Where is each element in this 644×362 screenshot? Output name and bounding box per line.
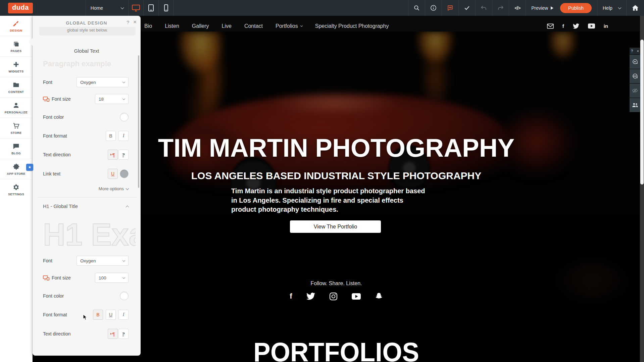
save-indicator-button[interactable] <box>459 0 475 16</box>
cart-icon <box>12 122 20 130</box>
instagram-icon[interactable] <box>329 292 338 301</box>
redo-button[interactable] <box>492 0 509 16</box>
facebook-icon[interactable]: f <box>290 292 292 301</box>
youtube-icon[interactable] <box>588 23 595 29</box>
chevron-down-icon <box>122 259 125 261</box>
direction-rtl-button[interactable]: ¶ <box>118 150 129 160</box>
panel-header: GLOBAL DESIGN <box>33 16 141 26</box>
plus-icon <box>12 61 20 68</box>
link-underline-button[interactable]: U <box>108 169 118 179</box>
close-icon[interactable]: × <box>637 49 639 53</box>
dashboard-home-button[interactable] <box>627 0 644 16</box>
divider <box>37 197 137 198</box>
duda-logo[interactable]: duda <box>8 3 33 13</box>
font-size-select[interactable]: 18 <box>95 94 129 104</box>
comment-plus-icon <box>632 59 638 65</box>
link-color-swatch[interactable] <box>120 169 129 178</box>
nav-item-portfolios[interactable]: Portfolios <box>276 23 302 29</box>
chevron-down-icon <box>122 80 125 83</box>
speech-bubble-icon <box>12 143 20 150</box>
search-icon <box>413 5 420 11</box>
font-format-label: Font format <box>43 133 67 139</box>
facebook-icon[interactable]: f <box>562 23 564 29</box>
h1-underline-button[interactable]: U <box>106 310 116 320</box>
check-icon <box>464 5 470 11</box>
email-icon[interactable] <box>547 23 554 29</box>
nav-item-gallery[interactable]: Gallery <box>192 23 209 29</box>
nav-item-bio[interactable]: Bio <box>144 23 152 29</box>
sidebar-item-blog[interactable]: BLOG <box>0 139 32 159</box>
mobile-view-button[interactable] <box>159 0 174 16</box>
add-comment-button[interactable] <box>630 55 640 69</box>
more-options-link[interactable]: More options <box>99 186 129 191</box>
tablet-icon <box>148 4 154 11</box>
h1-font-size-select[interactable]: 100 <box>95 273 129 283</box>
info-button[interactable] <box>425 0 442 16</box>
dev-mode-button[interactable]: </> <box>509 0 526 16</box>
italic-button[interactable]: I <box>118 131 129 141</box>
h1-font-color-swatch[interactable] <box>120 292 129 300</box>
text-direction-label: Text direction <box>43 152 70 157</box>
font-label: Font <box>43 80 52 85</box>
hero-paragraph[interactable]: Tim Martin is an industrial style produc… <box>231 187 429 214</box>
font-color-swatch[interactable] <box>120 113 129 121</box>
publish-button[interactable]: Publish <box>560 3 592 13</box>
eye-off-icon <box>632 88 638 94</box>
close-icon[interactable]: × <box>133 19 137 25</box>
help-dropdown[interactable]: Help <box>597 0 626 16</box>
h1-direction-rtl-button[interactable]: ¶ <box>118 329 129 339</box>
view-portfolio-button[interactable]: View The Portfolio <box>290 220 381 233</box>
nav-item-listen[interactable]: Listen <box>165 23 179 29</box>
bold-button[interactable]: B <box>106 131 116 141</box>
search-button[interactable] <box>408 0 425 16</box>
star-icon: ★ <box>28 165 32 169</box>
comment-ellipsis-icon <box>632 73 638 79</box>
preview-button[interactable]: Preview <box>526 0 559 16</box>
overlay-toolbar-header: ? × <box>630 48 640 54</box>
gear-icon <box>12 184 20 191</box>
desktop-view-button[interactable] <box>129 0 143 16</box>
h1-direction-ltr-button[interactable]: ¶ <box>108 329 118 339</box>
chevron-down-icon <box>618 6 622 9</box>
page-selector-dropdown[interactable]: Home <box>86 0 128 16</box>
sidebar-item-design[interactable]: DESIGN <box>0 16 32 36</box>
feedback-button[interactable] <box>442 0 458 16</box>
undo-button[interactable] <box>476 0 492 16</box>
brush-icon <box>12 20 20 27</box>
nav-item-live[interactable]: Live <box>222 23 232 29</box>
nav-item-contact[interactable]: Contact <box>244 23 263 29</box>
responsive-devices-icon <box>43 97 49 102</box>
twitter-icon[interactable] <box>573 23 579 29</box>
scrollbar-thumb[interactable] <box>640 40 644 185</box>
sidebar-item-settings[interactable]: SETTINGS <box>0 179 32 200</box>
sidebar-item-personalize[interactable]: PERSONALIZE <box>0 98 32 118</box>
collaborators-button[interactable] <box>630 98 640 112</box>
site-scrollbar[interactable] <box>640 16 644 362</box>
sidebar-item-store[interactable]: STORE <box>0 118 32 139</box>
help-icon[interactable]: ? <box>631 49 633 53</box>
h1-example-preview: H1 Example <box>43 217 136 252</box>
nav-item-specialty[interactable]: Specialty Product Photography <box>315 23 389 29</box>
twitter-icon[interactable] <box>306 293 315 300</box>
youtube-icon[interactable] <box>352 293 361 300</box>
sidebar-item-widgets[interactable]: WIDGETS <box>0 57 32 77</box>
comments-button[interactable] <box>630 69 640 83</box>
help-icon[interactable]: ? <box>127 20 129 25</box>
snapchat-icon[interactable] <box>375 292 383 301</box>
duda-editor: Bio Listen Gallery Live Contact Portfoli… <box>0 0 644 362</box>
linkedin-icon[interactable]: in <box>604 23 608 29</box>
font-color-label: Font color <box>43 293 64 299</box>
h1-italic-button[interactable]: I <box>118 310 129 320</box>
font-size-label: Font size <box>43 96 71 102</box>
tablet-view-button[interactable] <box>144 0 158 16</box>
hide-elements-button[interactable] <box>630 84 640 98</box>
person-icon <box>12 102 20 109</box>
sidebar-item-pages[interactable]: PAGES <box>0 36 32 57</box>
panel-scrollbar[interactable] <box>138 55 139 188</box>
h1-font-select[interactable]: Oxygen <box>77 256 129 266</box>
direction-ltr-button[interactable]: ¶ <box>108 150 118 160</box>
h1-section-header[interactable]: H1 - Global Title <box>43 204 129 209</box>
h1-bold-button[interactable]: B <box>93 310 103 320</box>
font-select[interactable]: Oxygen <box>77 77 129 87</box>
sidebar-item-content[interactable]: CONTENT <box>0 77 32 98</box>
